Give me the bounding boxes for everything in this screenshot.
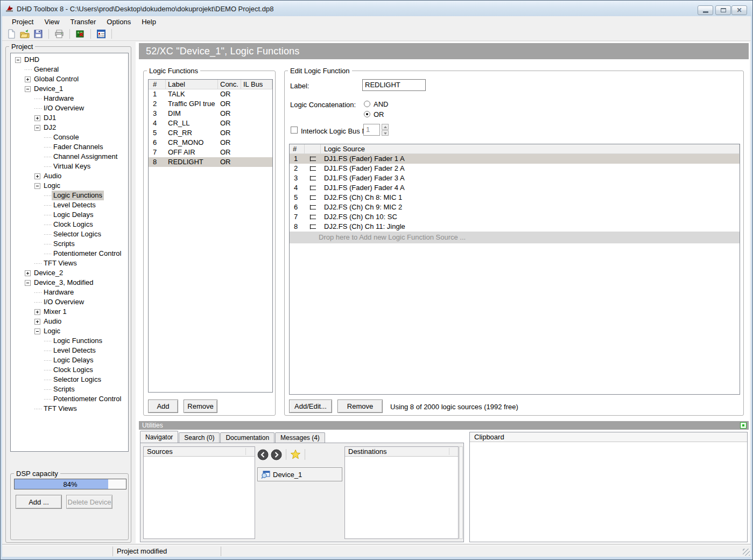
logic-source-row[interactable]: 8 DJ2.FS (Ch) Ch 11: Jingle — [290, 222, 740, 232]
tree-item[interactable]: Level Detects — [11, 346, 128, 355]
tree-toggle-plus-icon[interactable] — [34, 115, 40, 121]
tree-item[interactable]: Logic Functions — [11, 336, 128, 346]
tree-item[interactable]: Level Detects — [11, 200, 128, 210]
column-header-num[interactable]: # — [149, 80, 166, 89]
tree-toggle-plus-icon[interactable] — [34, 309, 40, 315]
sources-header[interactable]: Sources — [144, 447, 255, 457]
tree-toggle-plus-icon[interactable] — [25, 270, 31, 276]
column-header-icon[interactable] — [305, 144, 321, 154]
print-icon[interactable] — [54, 29, 64, 39]
tree-item[interactable]: Virtual Keys — [11, 162, 128, 171]
tree-item[interactable]: DJ1 — [11, 113, 128, 123]
tree-item[interactable]: Audio — [11, 317, 128, 326]
tree-toggle-minus-icon[interactable] — [34, 125, 40, 131]
radio-or-circle[interactable] — [364, 111, 370, 117]
close-button[interactable]: ✕ — [731, 5, 747, 15]
project-options-icon[interactable] — [96, 29, 106, 39]
tree-item[interactable]: Global Control — [11, 74, 128, 84]
logic-source-row[interactable]: 5 DJ2.FS (Ch) Ch 8: MIC 1 — [290, 193, 740, 202]
tree-item[interactable]: Scripts — [11, 384, 128, 394]
tree-toggle-plus-icon[interactable] — [34, 173, 40, 179]
back-icon[interactable] — [257, 449, 269, 460]
navigator-device-button[interactable]: Device_1 — [257, 467, 342, 481]
utilities-tab[interactable]: Messages (4) — [275, 432, 325, 443]
tree-item[interactable]: Logic Delays — [11, 355, 128, 365]
logic-function-row[interactable]: 1 TALK OR — [149, 89, 272, 99]
destinations-header[interactable]: Destinations — [345, 447, 458, 457]
radio-and[interactable]: AND — [364, 100, 388, 108]
tree-item[interactable]: Device_3, Modified — [11, 278, 128, 288]
navigator-scrollbar[interactable] — [459, 446, 463, 539]
tree-toggle-minus-icon[interactable] — [34, 328, 40, 334]
tree-item[interactable]: Channel Assignment — [11, 152, 128, 162]
tree-item[interactable]: Logic — [11, 326, 128, 336]
column-header-conc[interactable]: Conc. — [218, 80, 241, 89]
minimize-button[interactable] — [698, 5, 713, 15]
tree-toggle-plus-icon[interactable] — [34, 319, 40, 325]
tree-toggle-minus-icon[interactable] — [15, 57, 21, 63]
tree-item[interactable]: Hardware — [11, 288, 128, 297]
menu-item[interactable]: Transfer — [65, 17, 101, 27]
interlock-checkbox[interactable] — [291, 127, 298, 134]
logic-function-row[interactable]: 2 Traffic GPI true OR — [149, 99, 272, 109]
logic-source-row[interactable]: 3 DJ1.FS (Fader) Fader 3 A — [290, 173, 740, 183]
logic-function-row[interactable]: 4 CR_LL OR — [149, 118, 272, 128]
tree-toggle-minus-icon[interactable] — [25, 280, 31, 286]
logic-function-row[interactable]: 7 OFF AIR OR — [149, 148, 272, 157]
open-project-icon[interactable] — [20, 29, 30, 39]
add-logic-function-button[interactable]: Add — [148, 400, 178, 413]
resize-grip-icon[interactable] — [743, 549, 750, 556]
tree-item[interactable]: TFT Views — [11, 404, 128, 414]
new-document-icon[interactable] — [6, 29, 16, 39]
remove-source-button[interactable]: Remove — [337, 400, 383, 413]
forward-icon[interactable] — [271, 449, 282, 460]
column-header-label[interactable]: Label — [166, 80, 218, 89]
tree-item[interactable]: Selector Logics — [11, 375, 128, 384]
logic-source-row[interactable]: 4 DJ1.FS (Fader) Fader 4 A — [290, 183, 740, 193]
menu-item[interactable]: Project — [6, 17, 39, 27]
tree-item[interactable]: General — [11, 65, 128, 74]
logic-function-row[interactable]: 3 DIM OR — [149, 109, 272, 118]
spin-down-icon[interactable] — [382, 130, 389, 136]
tree-item[interactable]: I/O Overview — [11, 297, 128, 307]
logic-source-row[interactable]: 2 DJ1.FS (Fader) Fader 2 A — [290, 164, 740, 173]
tree-item[interactable]: Clock Logics — [11, 365, 128, 375]
titlebar[interactable]: DHD Toolbox 8 - C:\Users\prod\Desktop\do… — [1, 1, 752, 16]
logic-source-row[interactable]: 7 DJ2.FS (Ch) Ch 10: SC — [290, 212, 740, 222]
favorite-star-icon[interactable] — [290, 449, 301, 460]
tree-item[interactable]: Logic — [11, 181, 128, 191]
tree-item[interactable]: Device_1 — [11, 84, 128, 94]
column-header-ilbus[interactable]: IL Bus — [241, 80, 272, 89]
save-project-icon[interactable] — [33, 29, 43, 39]
tree-item[interactable]: Console — [11, 132, 128, 142]
logic-function-row[interactable]: 6 CR_MONO OR — [149, 138, 272, 148]
tree-item[interactable]: TFT Views — [11, 258, 128, 268]
tree-item[interactable]: DJ2 — [11, 123, 128, 132]
interlock-bus-input[interactable]: 1 — [363, 124, 380, 136]
tree-item[interactable]: Logic Delays — [11, 210, 128, 220]
tree-item[interactable]: I/O Overview — [11, 103, 128, 113]
utilities-tab[interactable]: Search (0) — [179, 432, 220, 443]
tree-item[interactable]: Selector Logics — [11, 229, 128, 239]
radio-and-circle[interactable] — [364, 101, 370, 107]
add-edit-source-button[interactable]: Add/Edit... — [289, 400, 332, 413]
menu-item[interactable]: View — [39, 17, 65, 27]
tree-toggle-minus-icon[interactable] — [34, 183, 40, 189]
tree-item[interactable]: Scripts — [11, 239, 128, 249]
utilities-collapse-icon[interactable] — [740, 422, 747, 429]
transfer-device-icon[interactable] — [75, 29, 85, 39]
radio-or[interactable]: OR — [364, 110, 384, 118]
column-header-num[interactable]: # — [290, 144, 305, 154]
tree-item[interactable]: Potentiometer Control — [11, 249, 128, 258]
remove-logic-function-button[interactable]: Remove — [184, 400, 217, 413]
tree-item[interactable]: DHD — [11, 55, 128, 65]
utilities-tab[interactable]: Navigator — [140, 431, 178, 443]
logic-function-row[interactable]: 8 REDLIGHT OR — [149, 157, 272, 167]
tree-item[interactable]: Device_2 — [11, 268, 128, 278]
tree-toggle-plus-icon[interactable] — [25, 76, 31, 82]
tree-item[interactable]: Mixer 1 — [11, 307, 128, 317]
menu-item[interactable]: Help — [136, 17, 161, 27]
tree-item[interactable]: Hardware — [11, 94, 128, 103]
spin-up-icon[interactable] — [382, 124, 389, 130]
drop-hint[interactable]: Drop here to Add new Logic Function Sour… — [290, 232, 740, 243]
